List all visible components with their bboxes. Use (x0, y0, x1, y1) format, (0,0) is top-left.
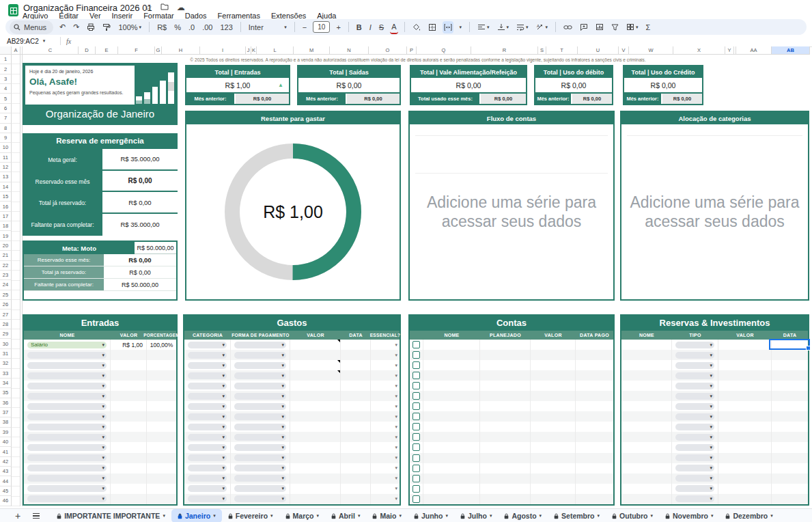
sheet-tab-menu-icon[interactable]: ▾ (399, 513, 402, 519)
cell[interactable]: ▾ (24, 411, 111, 422)
cell[interactable] (423, 453, 480, 463)
cell[interactable] (410, 370, 423, 381)
cell[interactable] (772, 391, 808, 401)
cell-dropdown[interactable]: ▾ (675, 393, 714, 400)
row-checkbox[interactable] (412, 341, 420, 348)
row-header-16[interactable]: 16 (0, 202, 12, 211)
cell[interactable]: ▾ (184, 484, 231, 494)
cell[interactable] (423, 381, 480, 391)
cell[interactable]: ▾ (24, 473, 111, 484)
cell[interactable] (423, 432, 480, 442)
cell-dropdown[interactable]: ▾ (188, 485, 227, 492)
cell[interactable] (772, 422, 808, 432)
cell[interactable]: ▾ (231, 494, 290, 504)
column-header-V[interactable]: V (619, 46, 629, 55)
text-color-button[interactable]: A (390, 20, 397, 34)
sheet-tab-maio[interactable]: Maio▾ (366, 509, 407, 522)
cell[interactable]: ▾ (672, 401, 718, 411)
row-header-23[interactable]: 23 (0, 271, 12, 280)
cell[interactable] (410, 360, 423, 370)
row-header-11[interactable]: 11 (0, 153, 12, 163)
cell[interactable] (290, 473, 341, 484)
zoom-select[interactable]: 100%▾ (117, 21, 143, 33)
cell-dropdown[interactable]: ▾ (675, 444, 714, 451)
cell-dropdown[interactable]: ▾ (27, 485, 107, 492)
cell[interactable] (111, 391, 147, 401)
cell[interactable]: R$ 1,00 (111, 340, 147, 350)
cell[interactable] (423, 340, 480, 350)
row-header-19[interactable]: 19 (0, 231, 12, 241)
cell[interactable] (531, 422, 576, 432)
cell[interactable] (531, 484, 576, 494)
sheet-tab-menu-icon[interactable]: ▾ (650, 513, 653, 519)
cell[interactable]: ▾ (24, 391, 111, 401)
cell[interactable] (290, 442, 341, 452)
cell[interactable]: ▾ (371, 360, 400, 370)
cell-dropdown[interactable]: ▾ (27, 383, 107, 389)
cell[interactable]: ▾ (231, 411, 290, 422)
cell[interactable] (621, 340, 672, 350)
cell[interactable] (290, 391, 341, 401)
cell[interactable]: ▾ (24, 350, 111, 360)
sheet-tab-menu-icon[interactable]: ▾ (770, 513, 773, 519)
cell[interactable] (423, 370, 480, 381)
cell-dropdown[interactable]: ▾ (234, 342, 286, 348)
goal-row-value[interactable]: R$ 50.000,00 (104, 279, 176, 290)
cell[interactable] (423, 411, 480, 422)
cell[interactable]: ▾ (184, 473, 231, 484)
decrease-decimal-button[interactable]: .0 (187, 21, 196, 33)
cell[interactable] (290, 350, 341, 360)
emergency-row-value[interactable]: R$ 35.000,00 (102, 149, 178, 171)
cell[interactable] (718, 391, 772, 401)
cell[interactable] (621, 411, 672, 422)
cell[interactable]: 100,00% (147, 340, 176, 350)
sheet-tab-fevereiro[interactable]: Fevereiro▾ (222, 509, 279, 522)
filter-views-button[interactable]: ▾ (625, 21, 640, 33)
sheet-tab-menu-icon[interactable]: ▾ (358, 513, 361, 519)
star-icon[interactable]: ☆ (145, 3, 152, 12)
cell[interactable] (147, 453, 176, 463)
cell-dropdown[interactable]: ▾ (188, 362, 227, 369)
cell[interactable]: ▾ (184, 391, 231, 401)
row-header-42[interactable]: 42 (0, 457, 12, 467)
cell[interactable] (531, 463, 576, 473)
cell[interactable] (772, 360, 808, 370)
cell[interactable] (423, 494, 480, 504)
row-header-2[interactable]: 2 (0, 64, 12, 74)
column-header-R[interactable]: R (471, 46, 538, 55)
cell[interactable]: ▾ (231, 391, 290, 401)
cell[interactable] (576, 494, 613, 504)
cell[interactable] (772, 494, 808, 504)
cell[interactable] (111, 350, 147, 360)
cell[interactable] (423, 391, 480, 401)
cell[interactable] (341, 484, 371, 494)
cell[interactable]: ▾ (231, 350, 290, 360)
cell[interactable] (480, 463, 531, 473)
cell[interactable] (341, 340, 371, 350)
cell[interactable] (621, 360, 672, 370)
cell[interactable]: ▾ (231, 381, 290, 391)
cell[interactable]: ▾ (371, 370, 400, 381)
cell[interactable] (621, 494, 672, 504)
row-header-39[interactable]: 39 (0, 428, 12, 437)
cell[interactable] (290, 340, 341, 350)
row-header-31[interactable]: 31 (0, 349, 12, 359)
cell[interactable] (423, 484, 480, 494)
cell[interactable]: ▾ (184, 340, 231, 350)
cell-dropdown[interactable]: ▾ (27, 362, 107, 369)
cell[interactable] (147, 401, 176, 411)
more-formats-button[interactable]: 123 (219, 21, 234, 33)
column-header-E[interactable]: E (96, 46, 118, 55)
cell[interactable] (621, 381, 672, 391)
cell[interactable]: ▾ (371, 442, 400, 452)
cell-dropdown[interactable]: ▾ (234, 352, 286, 359)
cell[interactable] (531, 411, 576, 422)
cell[interactable] (621, 453, 672, 463)
sheet-tab-menu-icon[interactable]: ▾ (163, 513, 165, 519)
cell[interactable] (147, 494, 176, 504)
cell[interactable] (531, 381, 576, 391)
cell[interactable]: ▾ (371, 463, 400, 473)
cell[interactable]: ▾ (371, 453, 400, 463)
cell[interactable]: ▾ (184, 432, 231, 442)
column-header-A[interactable]: A (12, 46, 20, 55)
